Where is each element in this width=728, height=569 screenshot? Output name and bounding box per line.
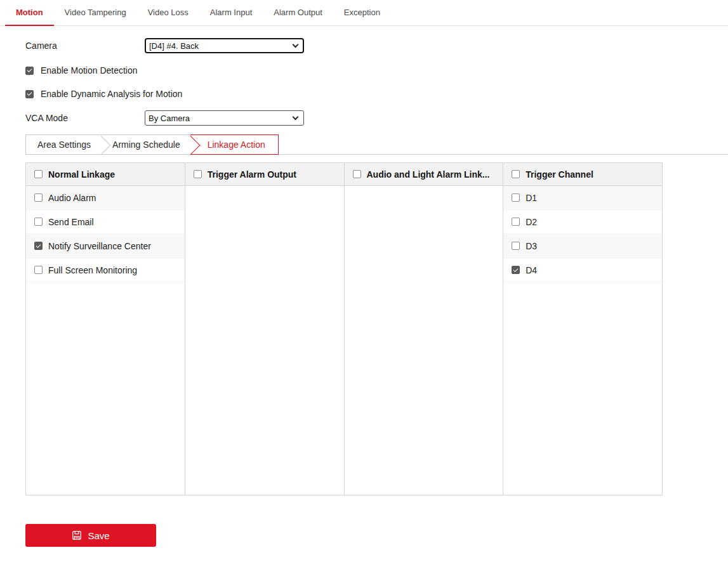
row-channel-d3[interactable]: D3: [503, 234, 662, 258]
row-label: Full Screen Monitoring: [48, 265, 137, 275]
row-checkbox[interactable]: [34, 218, 43, 226]
wizard-step-arming-schedule[interactable]: Arming Schedule: [101, 134, 190, 155]
column-header-label: Audio and Light Alarm Link...: [367, 169, 490, 180]
row-send-email[interactable]: Send Email: [26, 210, 185, 234]
select-all-checkbox[interactable]: [512, 170, 520, 178]
tab-label: Exception: [344, 8, 380, 17]
wizard-step-label: Arming Schedule: [112, 140, 180, 150]
select-all-checkbox[interactable]: [194, 170, 202, 178]
column-body: Audio Alarm Send Email Notify Surveillan…: [26, 186, 185, 282]
row-full-screen-monitoring[interactable]: Full Screen Monitoring: [26, 258, 185, 282]
enable-dynamic-analysis-row[interactable]: Enable Dynamic Analysis for Motion: [25, 88, 728, 100]
table-column-trigger-channel: Trigger Channel D1 D2 D3 D4: [503, 163, 662, 495]
tab-label: Alarm Input: [210, 8, 252, 17]
column-header-label: Normal Linkage: [48, 169, 115, 180]
row-checkbox[interactable]: [512, 218, 520, 226]
vca-mode-label: VCA Mode: [25, 113, 145, 123]
row-checkbox[interactable]: [34, 242, 43, 250]
save-button[interactable]: Save: [25, 524, 156, 547]
row-label: Notify Surveillance Center: [48, 241, 151, 251]
row-channel-d4[interactable]: D4: [503, 258, 662, 282]
save-button-label: Save: [88, 530, 109, 541]
column-header-label: Trigger Alarm Output: [208, 169, 296, 180]
settings-wizard-bar: Area Settings Arming Schedule Linkage Ac…: [25, 134, 728, 155]
motion-settings-panel: Camera [D4] #4. Back Enable Motion Detec…: [0, 38, 728, 547]
row-label: D4: [526, 265, 537, 275]
tab-label: Alarm Output: [274, 8, 322, 17]
tab-alarm-input[interactable]: Alarm Input: [199, 0, 263, 26]
tab-exception[interactable]: Exception: [333, 0, 391, 26]
main-tabs: Motion Video Tampering Video Loss Alarm …: [0, 0, 728, 26]
tab-label: Video Tampering: [65, 8, 126, 17]
select-all-checkbox[interactable]: [353, 170, 361, 178]
wizard-step-label: Linkage Action: [208, 140, 265, 150]
row-audio-alarm[interactable]: Audio Alarm: [26, 186, 185, 210]
tab-video-loss[interactable]: Video Loss: [137, 0, 199, 26]
column-header-audio-light-alarm-linkage: Audio and Light Alarm Link...: [345, 163, 503, 186]
wizard-step-area-settings[interactable]: Area Settings: [25, 134, 101, 155]
linkage-action-table: Normal Linkage Audio Alarm Send Email No…: [25, 162, 663, 495]
column-body: D1 D2 D3 D4: [503, 186, 662, 282]
vca-mode-row: VCA Mode By Camera: [25, 110, 728, 126]
row-checkbox[interactable]: [512, 266, 520, 274]
tab-alarm-output[interactable]: Alarm Output: [263, 0, 333, 26]
settings-wizard-tabs: Area Settings Arming Schedule Linkage Ac…: [25, 134, 279, 155]
row-label: D3: [526, 241, 537, 251]
row-label: D2: [526, 217, 537, 227]
column-header-trigger-channel: Trigger Channel: [503, 163, 662, 186]
camera-label: Camera: [25, 41, 145, 51]
wizard-step-linkage-action[interactable]: Linkage Action: [190, 134, 279, 155]
row-checkbox[interactable]: [34, 193, 43, 202]
column-header-trigger-alarm-output: Trigger Alarm Output: [185, 163, 344, 186]
row-label: D1: [526, 193, 537, 203]
vca-select-wrap: By Camera: [145, 110, 304, 126]
tab-motion[interactable]: Motion: [5, 0, 54, 26]
row-checkbox[interactable]: [512, 193, 520, 202]
enable-motion-label: Enable Motion Detection: [41, 65, 138, 75]
save-icon: [72, 530, 82, 540]
row-checkbox[interactable]: [512, 242, 520, 250]
camera-select[interactable]: [D4] #4. Back: [145, 38, 304, 53]
column-header-normal-linkage: Normal Linkage: [26, 163, 185, 186]
tab-label: Motion: [16, 8, 43, 17]
row-channel-d1[interactable]: D1: [503, 186, 662, 210]
vca-mode-select[interactable]: By Camera: [145, 110, 304, 126]
column-header-label: Trigger Channel: [526, 169, 593, 180]
row-label: Audio Alarm: [48, 193, 96, 203]
camera-row: Camera [D4] #4. Back: [25, 38, 728, 53]
wizard-step-label: Area Settings: [37, 140, 91, 150]
row-channel-d2[interactable]: D2: [503, 210, 662, 234]
row-notify-surveillance-center[interactable]: Notify Surveillance Center: [26, 234, 185, 258]
camera-select-wrap: [D4] #4. Back: [145, 38, 304, 53]
table-column-trigger-alarm-output: Trigger Alarm Output: [185, 163, 345, 495]
enable-motion-row[interactable]: Enable Motion Detection: [25, 64, 728, 77]
select-all-checkbox[interactable]: [34, 170, 43, 178]
row-label: Send Email: [48, 217, 94, 227]
tab-video-tampering[interactable]: Video Tampering: [54, 0, 137, 26]
enable-dynamic-analysis-checkbox[interactable]: [25, 90, 34, 98]
enable-dynamic-analysis-label: Enable Dynamic Analysis for Motion: [41, 89, 182, 99]
table-column-audio-light-alarm-linkage: Audio and Light Alarm Link...: [345, 163, 504, 495]
row-checkbox[interactable]: [34, 266, 43, 274]
tab-label: Video Loss: [148, 8, 189, 17]
table-column-normal-linkage: Normal Linkage Audio Alarm Send Email No…: [26, 163, 185, 495]
enable-motion-checkbox[interactable]: [25, 67, 34, 75]
